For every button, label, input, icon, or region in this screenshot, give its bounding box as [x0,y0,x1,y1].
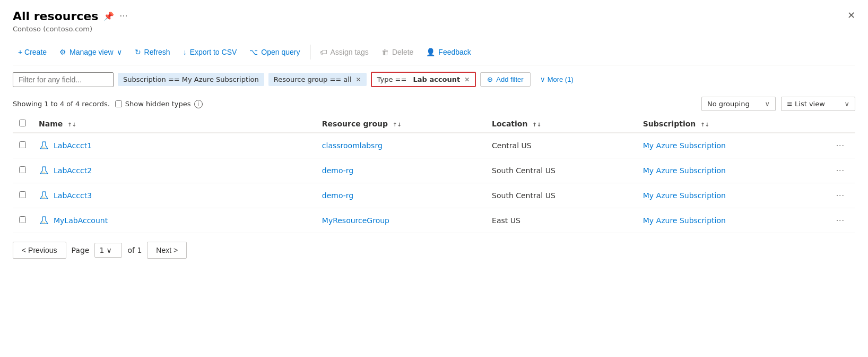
svg-point-6 [42,222,44,223]
svg-point-2 [42,172,44,173]
type-filter-close[interactable]: ✕ [464,76,470,83]
svg-point-1 [44,148,45,149]
row2-checkbox[interactable] [19,166,26,173]
select-all-checkbox[interactable] [19,120,26,126]
row2-actions-cell: ··· [826,158,855,183]
view-select[interactable]: ≡ List view ∨ [781,97,855,111]
pin-icon[interactable]: 📌 [103,11,114,21]
row1-rg-cell: classroomlabsrg [316,133,485,158]
open-query-button[interactable]: ⌥ Open query [244,45,305,60]
row3-resource-icon [39,190,49,201]
next-button[interactable]: Next > [147,242,187,259]
row4-actions-button[interactable]: ··· [832,214,849,227]
row2-subscription-link[interactable]: My Azure Subscription [643,166,726,175]
row1-actions-button[interactable]: ··· [832,139,849,152]
table-wrapper: Name ↑↓ Resource group ↑↓ Location ↑↓ Su… [0,115,868,233]
row1-name-link[interactable]: LabAccct1 [39,140,309,151]
add-filter-icon: ⊕ [487,75,493,83]
refresh-button[interactable]: ↻ Refresh [129,45,176,60]
pagination: < Previous Page 1 ∨ of 1 Next > [0,233,868,267]
manage-view-button[interactable]: ⚙ Manage view ∨ [54,45,127,60]
row1-rg-link[interactable]: classroomlabsrg [322,141,383,150]
row3-checkbox[interactable] [19,191,26,198]
feedback-icon: 👤 [426,48,435,56]
svg-point-5 [44,198,45,199]
delete-button[interactable]: 🗑 Delete [376,45,419,60]
current-page: 1 [99,246,104,254]
row4-rg-link[interactable]: MyResourceGroup [322,216,389,225]
type-filter-tag: Type == Lab account ✕ [371,72,476,87]
row4-rg-cell: MyResourceGroup [316,208,485,233]
close-button[interactable]: ✕ [847,10,855,21]
row1-name: LabAccct1 [54,141,92,150]
subscription-sort-icon[interactable]: ↑↓ [700,122,709,128]
table-row: LabAccct2 demo-rg South Central US My Az… [13,158,855,183]
grouping-select[interactable]: No grouping ∨ [701,97,776,111]
row3-name-link[interactable]: LabAccct3 [39,190,309,201]
row3-location-cell: South Central US [485,183,637,208]
name-sort-icon[interactable]: ↑↓ [67,122,76,128]
feedback-button[interactable]: 👤 Feedback [421,45,476,60]
filter-bar: Subscription == My Azure Subscription Re… [0,65,868,94]
row4-location-cell: East US [485,208,637,233]
row3-name-cell: LabAccct3 [32,183,316,208]
row1-checkbox[interactable] [19,141,26,148]
row3-rg-cell: demo-rg [316,183,485,208]
row1-location-cell: Central US [485,133,637,158]
view-controls: No grouping ∨ ≡ List view ∨ [701,97,855,111]
location-col-label: Location [492,120,527,128]
row2-actions-button[interactable]: ··· [832,164,849,177]
info-icon[interactable]: i [194,100,203,108]
row3-actions-cell: ··· [826,183,855,208]
header-ellipsis-icon[interactable]: ··· [119,11,127,21]
row3-actions-button[interactable]: ··· [832,189,849,202]
page-select[interactable]: 1 ∨ [94,243,122,258]
row2-rg-link[interactable]: demo-rg [322,166,353,175]
row1-subscription-link[interactable]: My Azure Subscription [643,141,726,150]
previous-button[interactable]: < Previous [13,242,66,259]
toolbar-separator [310,45,310,60]
row4-checkbox[interactable] [19,216,26,223]
resource-group-filter-close[interactable]: ✕ [356,76,361,83]
assign-tags-button[interactable]: 🏷 Assign tags [315,45,374,60]
records-info: Showing 1 to 4 of 4 records. Show hidden… [13,100,203,108]
tag-icon: 🏷 [320,48,327,56]
header-resource-group: Resource group ↑↓ [316,115,485,133]
row4-name-cell: MyLabAccount [32,208,316,233]
header-name: Name ↑↓ [32,115,316,133]
export-csv-button[interactable]: ↓ Export to CSV [178,45,242,60]
table-header: Name ↑↓ Resource group ↑↓ Location ↑↓ Su… [13,115,855,133]
row4-name-link[interactable]: MyLabAccount [39,215,309,226]
row2-checkbox-cell [13,158,32,183]
svg-point-4 [42,197,44,198]
row4-subscription-link[interactable]: My Azure Subscription [643,216,726,225]
view-chevron-icon: ∨ [844,100,849,108]
open-query-label: Open query [261,48,300,56]
show-hidden-checkbox[interactable] [115,100,122,107]
name-col-label: Name [39,120,63,128]
table-row: MyLabAccount MyResourceGroup East US My … [13,208,855,233]
more-button[interactable]: ∨ More (1) [535,73,579,86]
of-label: of 1 [127,246,142,254]
subtitle: Contoso (contoso.com) [13,25,855,33]
filter-input[interactable] [13,72,114,87]
svg-point-3 [44,173,45,174]
row1-actions-cell: ··· [826,133,855,158]
row2-location-cell: South Central US [485,158,637,183]
header-subscription: Subscription ↑↓ [637,115,826,133]
assign-tags-label: Assign tags [331,48,369,56]
create-button[interactable]: + Create [13,45,52,60]
resource-group-sort-icon[interactable]: ↑↓ [393,122,402,128]
row2-rg-cell: demo-rg [316,158,485,183]
subscription-filter-label: Subscription == My Azure Subscription [123,75,259,83]
add-filter-button[interactable]: ⊕ Add filter [480,72,530,87]
row3-subscription-link[interactable]: My Azure Subscription [643,191,726,200]
location-sort-icon[interactable]: ↑↓ [532,122,541,128]
row2-name: LabAccct2 [54,166,92,175]
resource-group-filter-label: Resource group == all [274,75,352,83]
row2-name-link[interactable]: LabAccct2 [39,165,309,176]
row3-rg-link[interactable]: demo-rg [322,191,353,200]
grouping-chevron-icon: ∨ [765,100,770,108]
more-label: More (1) [548,75,574,83]
row3-checkbox-cell [13,183,32,208]
